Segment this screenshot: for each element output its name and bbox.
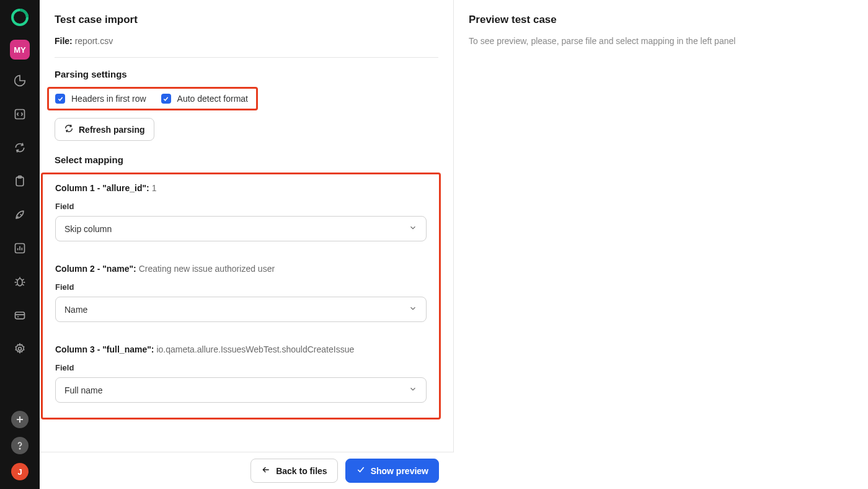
refresh-label: Refresh parsing <box>79 125 145 135</box>
nav-clipboard-icon[interactable] <box>7 169 32 194</box>
col3-field-select[interactable]: Full name <box>55 377 427 403</box>
nav-dashboard-icon[interactable] <box>7 68 32 93</box>
mapping-column-2: Column 2 - "name": Creating new issue au… <box>55 264 427 322</box>
nav-code-icon[interactable] <box>7 102 32 127</box>
select-mapping-title: Select mapping <box>55 155 438 165</box>
import-panel: Test case import File: report.csv Parsin… <box>40 0 454 452</box>
add-icon[interactable] <box>11 411 29 428</box>
col2-header: Column 2 - "name": <box>55 264 136 274</box>
col2-field-label: Field <box>55 282 427 292</box>
col3-field-value: Full name <box>64 385 102 395</box>
file-row: File: report.csv <box>55 36 438 46</box>
mapping-highlight: Column 1 - "allure_id": 1 Field Skip col… <box>41 173 441 419</box>
show-preview-button[interactable]: Show preview <box>345 459 439 483</box>
checkbox-headers-label: Headers in first row <box>71 94 146 104</box>
col2-sample: Creating new issue authorized user <box>139 264 275 274</box>
check-icon <box>356 465 366 477</box>
col1-field-select[interactable]: Skip column <box>55 216 427 241</box>
nav-rocket-icon[interactable] <box>7 202 32 227</box>
svg-rect-6 <box>16 312 25 319</box>
user-avatar[interactable]: J <box>11 463 29 480</box>
svg-point-5 <box>17 279 22 286</box>
nav-bug-icon[interactable] <box>7 269 32 294</box>
svg-point-8 <box>19 448 20 449</box>
preview-title: Preview test case <box>469 14 853 26</box>
nav-chart-icon[interactable] <box>7 236 32 261</box>
preview-message: To see preview, please, parse file and s… <box>469 36 853 46</box>
col3-header: Column 3 - "full_name": <box>55 344 154 354</box>
back-to-files-button[interactable]: Back to files <box>250 459 337 483</box>
preview-panel: Preview test case To see preview, please… <box>454 0 868 452</box>
col3-sample: io.qameta.allure.IssuesWebTest.shouldCre… <box>156 344 354 354</box>
project-badge[interactable]: MY <box>10 40 30 60</box>
col1-header: Column 1 - "allure_id": <box>55 183 149 193</box>
parsing-options-highlight: Headers in first row Auto detect format <box>47 87 258 110</box>
parsing-settings-title: Parsing settings <box>55 69 438 79</box>
refresh-icon <box>64 123 74 135</box>
nav-cycle-icon[interactable] <box>7 135 32 160</box>
arrow-left-icon <box>261 465 271 477</box>
nav-card-icon[interactable] <box>7 303 32 328</box>
help-icon[interactable] <box>11 437 29 454</box>
chevron-down-icon <box>409 385 417 395</box>
main: Test case import File: report.csv Parsin… <box>40 0 868 489</box>
checkbox-autodetect-label: Auto detect format <box>177 94 248 104</box>
chevron-down-icon <box>409 304 417 315</box>
checkbox-auto-detect[interactable] <box>161 94 171 104</box>
svg-rect-1 <box>16 110 25 119</box>
app-logo[interactable] <box>10 7 30 27</box>
col2-field-value: Name <box>64 305 87 315</box>
nav-gear-icon[interactable] <box>7 336 32 361</box>
footer: Back to files Show preview <box>40 452 454 489</box>
mapping-column-1: Column 1 - "allure_id": 1 Field Skip col… <box>55 183 427 241</box>
file-name: report.csv <box>75 36 113 46</box>
col1-sample: 1 <box>152 183 157 193</box>
col1-field-value: Skip column <box>64 224 112 234</box>
checkbox-headers-first-row[interactable] <box>55 94 65 104</box>
divider <box>55 57 438 58</box>
refresh-parsing-button[interactable]: Refresh parsing <box>55 118 154 141</box>
chevron-down-icon <box>409 223 417 234</box>
show-preview-label: Show preview <box>371 466 428 476</box>
back-label: Back to files <box>276 466 327 476</box>
page-title: Test case import <box>55 14 438 26</box>
sidebar: MY <box>0 0 40 489</box>
col1-field-label: Field <box>55 202 427 211</box>
mapping-column-3: Column 3 - "full_name": io.qameta.allure… <box>55 344 427 403</box>
col2-field-select[interactable]: Name <box>55 297 427 322</box>
col3-field-label: Field <box>55 363 427 372</box>
file-label: File: <box>55 36 73 46</box>
svg-point-7 <box>19 348 22 351</box>
